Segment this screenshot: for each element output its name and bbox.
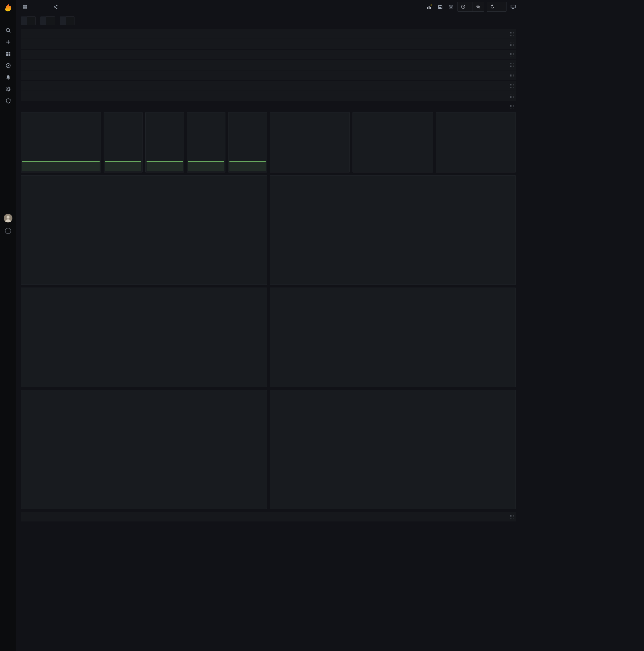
time-range-picker[interactable]: [458, 2, 473, 11]
variable-label: [40, 17, 46, 25]
server-admin-shield-icon[interactable]: [1, 96, 15, 105]
memory-usage-gauge: [353, 115, 432, 172]
panel-disk-used-chart: [21, 287, 267, 387]
dashboards-icon[interactable]: [1, 49, 15, 58]
sparkline: [188, 161, 224, 171]
panel-current-memory-gauge: [353, 112, 433, 173]
charts-row-1: [21, 175, 516, 285]
dashboard-variables: [16, 13, 521, 28]
row-drag-handle[interactable]: [510, 105, 514, 108]
charts-row-2: [21, 287, 516, 387]
disk-used-chart: [21, 290, 267, 385]
variable-database: [40, 17, 55, 25]
cpu-usage-chart: [21, 178, 267, 283]
row-database-log[interactable]: [21, 81, 516, 91]
panel-current-cpu-gauge: [270, 112, 350, 173]
panel-uptime: [21, 112, 101, 173]
dashboard-settings-icon[interactable]: [447, 2, 455, 11]
variable-interval: [60, 17, 74, 25]
share-icon[interactable]: [51, 2, 59, 11]
disk-used-gauge: [436, 115, 516, 172]
refresh-icon[interactable]: [487, 2, 498, 11]
row-drag-handle[interactable]: [510, 73, 514, 77]
main-area: [16, 0, 521, 522]
row-mnodes-overview[interactable]: [21, 50, 516, 59]
configuration-gear-icon[interactable]: [1, 84, 15, 94]
panel-cpu-cores: [145, 112, 184, 173]
variable-fqdn: [21, 17, 36, 25]
charts-row-3: [21, 390, 516, 509]
refresh-controls: [487, 2, 507, 12]
sparkline: [229, 161, 266, 171]
panel-vnodes-number: [187, 112, 226, 173]
row-drag-handle[interactable]: [510, 53, 514, 56]
ram-usage-chart: [270, 178, 516, 283]
panel-ram-usage: [270, 175, 516, 285]
time-controls: [457, 2, 484, 12]
ram-usage-legend: [270, 283, 516, 285]
clock-icon: [461, 4, 465, 9]
add-panel-icon[interactable]: [425, 2, 433, 11]
row-login-history[interactable]: [21, 512, 516, 522]
variable-label: [60, 17, 66, 25]
variable-value-picker[interactable]: [27, 17, 36, 25]
row-drag-handle[interactable]: [510, 94, 514, 98]
sparkline: [22, 161, 100, 171]
row-database-test[interactable]: [21, 91, 516, 101]
panel-has-mnode: [104, 112, 142, 173]
create-plus-icon[interactable]: [1, 37, 15, 46]
panel-net: [270, 390, 516, 509]
explore-compass-icon[interactable]: [1, 61, 15, 70]
cpu-usage-gauge: [270, 115, 350, 172]
panel-cpu-usage: [21, 175, 267, 285]
cpu-usage-legend: [21, 283, 267, 285]
variable-label: [21, 17, 27, 25]
disk-io-chart: [21, 393, 267, 507]
grafana-logo[interactable]: [0, 0, 16, 16]
row-drag-handle[interactable]: [510, 515, 514, 519]
dashboard-body: [16, 28, 521, 522]
panel-title[interactable]: [21, 113, 101, 115]
row-drag-handle[interactable]: [510, 84, 514, 88]
star-icon[interactable]: [40, 2, 48, 11]
sparkline: [147, 161, 183, 171]
stat-value-wrap: [21, 115, 101, 161]
row-drag-handle[interactable]: [510, 42, 514, 46]
panel-disk-rate-chart: [270, 287, 516, 387]
search-icon[interactable]: [1, 26, 15, 35]
sidebar-nav: [0, 26, 16, 105]
user-avatar[interactable]: [1, 213, 15, 223]
row-database-demo[interactable]: [21, 70, 516, 80]
row-cluster-status[interactable]: [21, 29, 516, 39]
dashboard-grid-icon: [21, 2, 29, 11]
sparkline: [105, 161, 141, 171]
disk-rate-chart: [270, 290, 516, 385]
disk-used-legend: [21, 385, 267, 387]
variable-value-picker[interactable]: [46, 17, 55, 25]
save-dashboard-icon[interactable]: [436, 2, 444, 11]
panel-vnodes-masters: [228, 112, 267, 173]
row-drag-handle[interactable]: [510, 63, 514, 67]
panel-title[interactable]: [187, 113, 225, 115]
left-sidebar: [0, 0, 16, 651]
panel-disk-used-gauge: [436, 112, 516, 173]
panel-title[interactable]: [104, 113, 142, 115]
refresh-interval-picker[interactable]: [498, 2, 506, 11]
panel-title[interactable]: [146, 113, 184, 115]
panel-disk-io: [21, 390, 267, 509]
row-dnode-usage[interactable]: [21, 102, 516, 112]
topbar: [16, 0, 521, 13]
alerting-bell-icon[interactable]: [1, 72, 15, 82]
row-requests[interactable]: [21, 60, 516, 70]
panel-title[interactable]: [228, 113, 267, 115]
cycle-view-mode-icon[interactable]: [509, 2, 517, 11]
row-drag-handle[interactable]: [510, 32, 514, 36]
help-icon[interactable]: [1, 226, 15, 236]
zoom-out-icon[interactable]: [473, 2, 484, 11]
variable-value-picker[interactable]: [66, 17, 74, 25]
net-legend: [270, 507, 516, 509]
disk-rate-legend: [270, 385, 516, 387]
row-dnodes-overview[interactable]: [21, 39, 516, 49]
stats-row: [21, 112, 516, 173]
net-chart: [270, 393, 516, 507]
